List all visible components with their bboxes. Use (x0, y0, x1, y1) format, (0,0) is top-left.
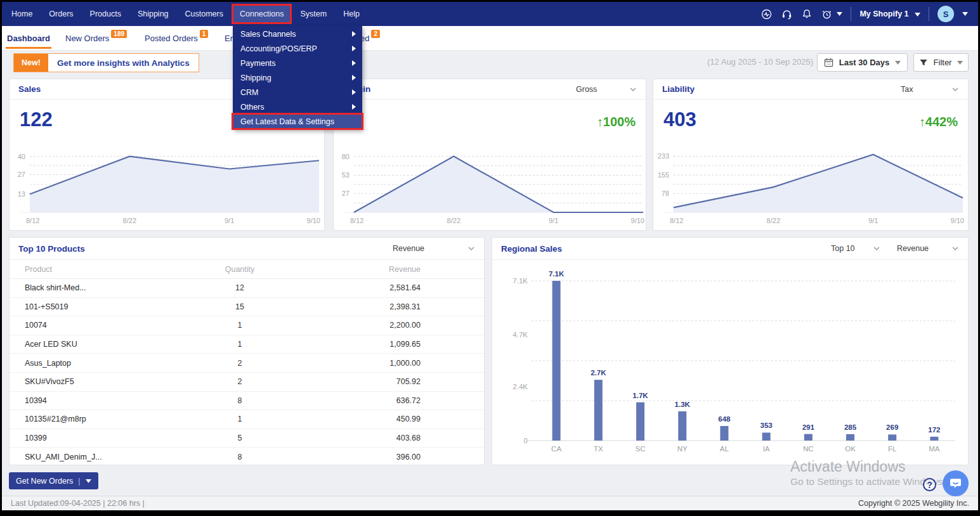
nav-item-shipping[interactable]: Shipping (138, 10, 169, 18)
svg-text:7.1K: 7.1K (549, 270, 565, 278)
product-revenue: 2,398.31 (287, 302, 421, 311)
notifications-bell-icon[interactable] (801, 8, 813, 20)
product-table-row: Asus_Laptop21,000.00 (10, 354, 484, 373)
user-avatar[interactable]: S (938, 6, 954, 22)
menu-item-crm[interactable]: CRM (233, 85, 362, 100)
product-revenue: 396.00 (287, 453, 421, 461)
top-nav-right: My Shopify 1 S (761, 2, 978, 26)
product-quantity: 12 (192, 283, 287, 292)
svg-text:9/1: 9/1 (868, 217, 878, 224)
app-window: HomeOrdersProductsShippingCustomersConne… (2, 2, 978, 510)
svg-text:9/10: 9/10 (951, 217, 964, 224)
chat-bubble-icon (948, 476, 963, 491)
liability-trend-chart: 233155788/128/229/19/10 (656, 148, 967, 228)
submenu-arrow-icon (352, 46, 356, 51)
regional-metric-selector[interactable]: Revenue (897, 244, 959, 253)
scheduler-alarm-icon[interactable] (821, 8, 842, 20)
product-table-row: SKU_AMI_Denim_J...8396.00 (10, 448, 484, 467)
svg-text:285: 285 (844, 423, 857, 431)
nav-item-home[interactable]: Home (11, 10, 32, 18)
margin-trend-chart: 8053278/128/229/19/10 (336, 148, 647, 228)
svg-text:9/1: 9/1 (549, 217, 558, 224)
nav-item-products[interactable]: Products (90, 10, 121, 18)
products-metric-selector[interactable]: Revenue (393, 244, 475, 253)
analytics-link[interactable]: Get more insights with Analytics (48, 54, 199, 72)
product-revenue: 705.92 (287, 377, 421, 386)
get-new-orders-button[interactable]: Get New Orders | (9, 472, 98, 489)
product-name: 101-+S5019 (25, 302, 192, 311)
svg-text:291: 291 (802, 423, 815, 431)
tab-ed[interactable]: ed2 (360, 26, 380, 50)
menu-item-accounting-pos-erp[interactable]: Accounting/POS/ERP (233, 41, 362, 56)
caret-down-icon (895, 61, 901, 65)
svg-text:9/10: 9/10 (631, 217, 644, 224)
product-name: Acer LED SKU (25, 340, 192, 349)
svg-text:8/22: 8/22 (767, 217, 780, 224)
sales-trend-chart: 4027138/128/229/19/10 (12, 148, 323, 228)
product-revenue: 1,000.00 (287, 359, 421, 368)
product-quantity: 1 (192, 415, 287, 423)
menu-item-sales-channels[interactable]: Sales Channels (233, 27, 362, 41)
nav-item-help[interactable]: Help (343, 10, 360, 18)
caret-down-icon[interactable] (962, 12, 968, 16)
filter-button[interactable]: Filter (913, 53, 969, 72)
svg-text:9/10: 9/10 (307, 217, 320, 224)
margin-kpi-card: Margin Gross ↑100% 8053278/128/229/19/10 (333, 79, 646, 231)
tab-new-orders[interactable]: New Orders189 (65, 26, 127, 50)
menu-item-shipping[interactable]: Shipping (233, 70, 362, 85)
svg-text:155: 155 (658, 171, 669, 179)
nav-item-customers[interactable]: Customers (185, 10, 223, 18)
regional-range-selector[interactable]: Top 10 (831, 244, 880, 253)
caret-down-icon (837, 12, 842, 16)
liability-type-selector[interactable]: Tax (901, 85, 959, 94)
regional-sales-title: Regional Sales (501, 244, 562, 254)
product-quantity: 8 (192, 453, 287, 461)
svg-text:NY: NY (677, 445, 688, 453)
tab-count-badge: 1 (200, 30, 209, 38)
support-headset-icon[interactable] (781, 8, 793, 20)
nav-item-orders[interactable]: Orders (49, 10, 73, 18)
svg-text:2.4K: 2.4K (513, 383, 528, 390)
tab-dashboard[interactable]: Dashboard (7, 26, 50, 50)
period-dropdown-button[interactable]: Last 30 Days (817, 53, 908, 72)
tab-er[interactable]: Er (225, 26, 233, 50)
svg-text:SC: SC (636, 445, 646, 453)
svg-text:9/1: 9/1 (225, 217, 234, 224)
regional-sales-bar-chart: 7.1K4.7K2.4K07.1KCA2.7KTX1.7KSC1.3KNY648… (497, 263, 964, 461)
caret-down-icon (957, 61, 963, 65)
chevron-down-icon (629, 87, 637, 92)
store-selector[interactable]: My Shopify 1 (859, 10, 920, 18)
svg-text:NC: NC (803, 445, 814, 453)
menu-item-payments[interactable]: Payments (233, 56, 362, 70)
svg-text:353: 353 (761, 422, 773, 429)
margin-type-selector[interactable]: Gross (576, 85, 637, 94)
product-name: SKU#VivozF5 (25, 377, 192, 386)
products-table-body: Black shirt-Med...122,581.64101-+S501915… (10, 279, 484, 467)
svg-text:8/12: 8/12 (26, 217, 39, 224)
submenu-arrow-icon (352, 89, 356, 95)
kpi-value: 122 (20, 110, 53, 129)
kpi-delta: ↑442% (919, 115, 958, 129)
activity-icon[interactable] (761, 8, 773, 20)
help-icon[interactable]: ? (923, 478, 936, 491)
tab-posted-orders[interactable]: Posted Orders1 (145, 26, 208, 50)
button-divider: | (78, 477, 80, 486)
product-quantity: 8 (192, 396, 287, 405)
copyright-label: Copyright © 2025 Webgility Inc. (858, 499, 969, 508)
connections-dropdown-menu: Sales ChannelsAccounting/POS/ERPPayments… (233, 26, 362, 129)
svg-text:4.7K: 4.7K (513, 331, 528, 339)
product-quantity: 2 (192, 377, 287, 386)
product-quantity: 5 (192, 434, 287, 442)
product-name: SKU_AMI_Denim_J... (25, 453, 192, 461)
chat-support-button[interactable] (943, 470, 969, 496)
menu-item-get-latest-data-settings[interactable]: Get Latest Data & Settings (233, 114, 362, 129)
nav-divider (929, 7, 929, 21)
product-revenue: 636.72 (287, 396, 421, 405)
nav-item-connections[interactable]: Connections (233, 6, 291, 22)
svg-text:233: 233 (658, 152, 669, 160)
product-table-row: Acer LED SKU11,099.65 (10, 335, 484, 354)
menu-item-others[interactable]: Others (233, 100, 362, 114)
nav-item-system[interactable]: System (300, 10, 327, 18)
top-products-title: Top 10 Products (18, 244, 85, 254)
svg-text:TX: TX (594, 445, 603, 453)
